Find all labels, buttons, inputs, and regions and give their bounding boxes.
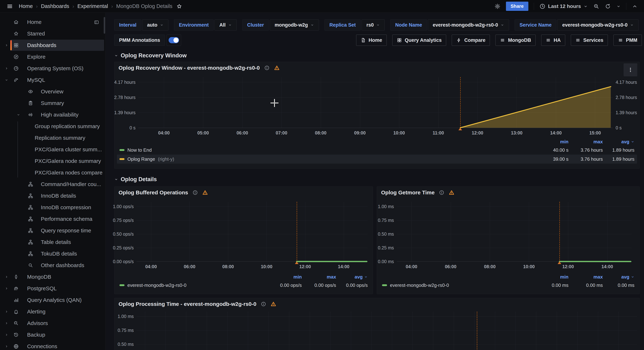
sidebar-item-advisors[interactable]: Advisors <box>0 317 106 329</box>
legend-row-everest-mongodb-w2g-rs0-0[interactable]: everest-mongodb-w2g-rs0-0 0.00 ops/s0.00… <box>117 281 370 290</box>
breadcrumb-item-mongodb-oplog-details[interactable]: MongoDB Oplog Details <box>116 3 172 9</box>
sidebar-item-postgresql[interactable]: PostgreSQL <box>0 283 106 294</box>
warning-icon[interactable] <box>274 65 280 71</box>
dock-sidebar-icon[interactable] <box>94 20 99 25</box>
info-icon[interactable] <box>261 301 266 307</box>
refresh-interval-chevron-icon[interactable] <box>616 4 621 9</box>
section-oplog-details[interactable]: Oplog Details <box>114 176 157 183</box>
chevron-right-icon[interactable] <box>5 344 8 348</box>
legend-row-oplog-range[interactable]: Oplog Range (right-y)39.00 s3.76 hours1.… <box>117 154 637 163</box>
link-button-home[interactable]: Home <box>356 35 387 46</box>
link-button-services[interactable]: Services <box>571 35 608 46</box>
sidebar-item-overview[interactable]: Overview <box>0 86 106 97</box>
sidebar-item-starred[interactable]: Starred <box>0 28 106 40</box>
info-icon[interactable] <box>439 190 444 195</box>
sidebar-item-innodb-compression[interactable]: InnoDB compression <box>0 202 106 213</box>
section-oplog-recovery-window[interactable]: Oplog Recovery Window <box>114 52 187 59</box>
annotation-line[interactable] <box>460 77 460 128</box>
chevron-down-icon[interactable] <box>5 78 8 82</box>
sidebar-item-home[interactable]: Home <box>0 16 106 28</box>
link-button-ha[interactable]: HA <box>541 35 565 46</box>
collapse-up-icon[interactable] <box>632 3 638 10</box>
annotation-marker-icon[interactable] <box>295 262 298 264</box>
info-icon[interactable] <box>192 190 198 195</box>
info-icon[interactable] <box>264 65 270 71</box>
sidebar-item-backup[interactable]: Backup <box>0 329 106 340</box>
annotation-line[interactable] <box>297 202 297 262</box>
variable-value-dropdown[interactable]: everest-mongodb-w2g-rs0-0 <box>428 19 509 31</box>
sidebar-item-alerting[interactable]: Alerting <box>0 306 106 317</box>
panel-title-row[interactable]: Oplog Getmore Time <box>381 190 454 196</box>
chevron-right-icon[interactable] <box>5 310 8 313</box>
sidebar-item-mongodb[interactable]: MongoDB <box>0 271 106 283</box>
chevron-right-icon[interactable] <box>5 287 8 290</box>
sidebar-item-command-handler-cou[interactable]: Command/Handler cou... <box>0 179 106 190</box>
warning-icon[interactable] <box>270 301 276 307</box>
annotation-marker-icon[interactable] <box>458 128 462 130</box>
sidebar-item-summary[interactable]: Summary <box>0 97 106 109</box>
sidebar-item-explore[interactable]: Explore <box>0 51 106 63</box>
breadcrumb-item-dashboards[interactable]: Dashboards <box>41 3 69 9</box>
sidebar-item-high-availability[interactable]: High availability <box>0 109 106 120</box>
sidebar-item-table-details[interactable]: Table details <box>0 236 106 248</box>
panel-title-row[interactable]: Oplog Buffered Operations <box>118 190 208 196</box>
legend-sort-avg[interactable]: avg <box>603 274 634 280</box>
legend-row-now-to-end[interactable]: Now to End 40.00 s3.76 hours1.89 hours <box>117 145 637 154</box>
chevron-right-icon[interactable] <box>5 275 8 279</box>
chart-oplog-recovery-window[interactable]: 0 s0 s1.39 hours1.39 hours2.78 hours2.78… <box>138 77 613 128</box>
pmm-annotations-toggle[interactable] <box>166 35 181 46</box>
link-button-mongodb[interactable]: MongoDB <box>496 35 536 46</box>
legend-sort-max[interactable]: max <box>302 274 336 280</box>
panel-title-row[interactable]: Oplog Recovery Window - everest-mongodb-… <box>118 65 280 71</box>
dashboard-settings-gear-icon[interactable] <box>494 3 500 10</box>
sidebar-item-connections[interactable]: Connections <box>0 340 106 350</box>
sidebar-item-dashboards[interactable]: Dashboards <box>0 40 106 51</box>
annotation-line[interactable] <box>477 312 477 350</box>
variable-value-dropdown[interactable]: rs0 <box>362 19 385 31</box>
legend-sort-min[interactable]: min <box>269 274 302 280</box>
sidebar-item-replication-summary[interactable]: Replication summary <box>0 132 106 144</box>
sidebar-item-innodb-details[interactable]: InnoDB details <box>0 190 106 202</box>
warning-icon[interactable] <box>202 190 208 196</box>
sidebar-item-pxc-galera-cluster-summ[interactable]: PXC/Galera cluster summ... <box>0 144 106 155</box>
time-range-picker[interactable]: Last 12 hours <box>540 3 588 10</box>
sidebar-item-other-dashboards[interactable]: Other dashboards <box>0 260 106 271</box>
chevron-right-icon[interactable] <box>5 43 8 47</box>
panel-menu-kebab-icon[interactable] <box>624 63 637 76</box>
refresh-icon[interactable] <box>605 3 611 10</box>
link-button-compare[interactable]: Compare <box>452 35 490 46</box>
legend-sort-avg[interactable]: avg <box>603 139 634 145</box>
chevron-down-icon[interactable] <box>16 113 20 117</box>
chart-oplog-buffered-operations[interactable]: 0.00 ops/s0.25 ops/s0.50 ops/s0.75 ops/s… <box>136 202 368 262</box>
sidebar-item-query-response-time[interactable]: Query response time <box>0 225 106 236</box>
sidebar-item-tokudb-details[interactable]: TokuDB details <box>0 248 106 260</box>
sidebar-item-performance-schema[interactable]: Performance schema <box>0 213 106 225</box>
sidebar-item-group-replication-summary[interactable]: Group replication summary <box>0 120 106 132</box>
sidebar-item-pxc-galera-node-summary[interactable]: PXC/Galera node summary <box>0 155 106 167</box>
chevron-right-icon[interactable] <box>5 67 8 70</box>
annotation-marker-icon[interactable] <box>558 262 561 264</box>
chevron-right-icon[interactable] <box>5 321 8 325</box>
sidebar-item-query-analytics-qan[interactable]: Query Analytics (QAN) <box>0 294 106 306</box>
sidebar-item-operating-system-os[interactable]: Operating System (OS) <box>0 63 106 74</box>
breadcrumb-item-experimental[interactable]: Experimental <box>77 3 108 9</box>
favorite-star-icon[interactable] <box>176 4 182 9</box>
variable-value-dropdown[interactable]: mongodb-w2g <box>270 19 319 31</box>
menu-toggle-icon[interactable] <box>6 3 13 10</box>
share-button[interactable]: Share <box>506 2 528 11</box>
breadcrumb-item-home[interactable]: Home <box>19 3 33 9</box>
annotation-line[interactable] <box>560 202 560 262</box>
chart-oplog-processing-time[interactable]: 0.00 ms0.25 ms0.50 ms0.75 ms1.00 ms <box>136 312 637 350</box>
legend-sort-max[interactable]: max <box>568 274 603 280</box>
link-button-pmm[interactable]: PMM <box>614 35 642 46</box>
legend-sort-min[interactable]: min <box>536 274 568 280</box>
legend-sort-min[interactable]: min <box>536 139 568 145</box>
zoom-out-icon[interactable] <box>593 3 599 10</box>
legend-row-everest-mongodb-w2g-rs0-0[interactable]: everest-mongodb-w2g-rs0-0 0.00 ms0.00 ms… <box>380 281 637 290</box>
sidebar-scrollbar[interactable] <box>104 17 105 34</box>
chart-oplog-getmore-time[interactable]: 0.00 ms0.25 ms0.50 ms0.75 ms1.00 ms04:00… <box>397 202 632 262</box>
legend-sort-max[interactable]: max <box>568 139 603 145</box>
variable-value-dropdown[interactable]: auto <box>142 19 168 31</box>
warning-icon[interactable] <box>449 190 454 196</box>
chevron-right-icon[interactable] <box>5 333 8 337</box>
